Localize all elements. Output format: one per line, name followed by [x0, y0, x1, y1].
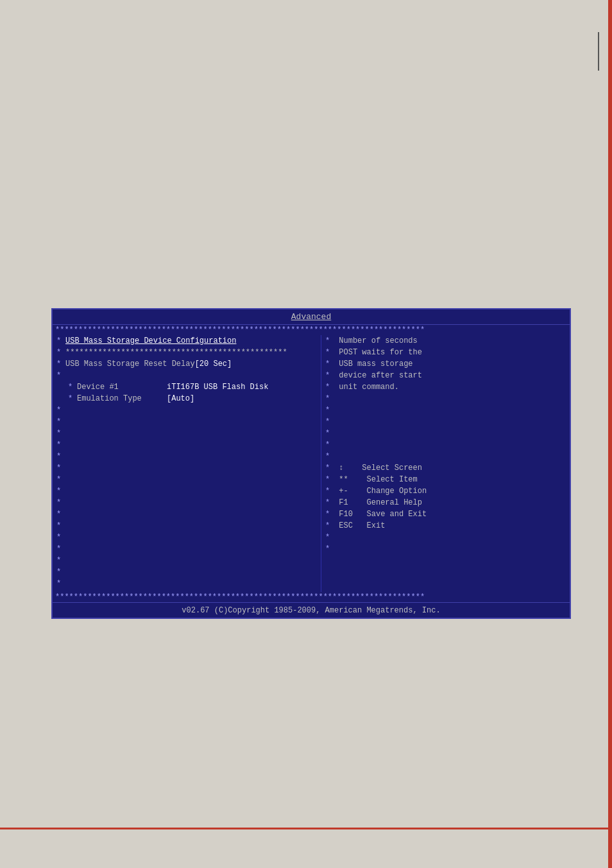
bios-left-column: * USB Mass Storage Device Configuration … — [53, 335, 321, 592]
star-3: * — [56, 371, 65, 380]
empty-row-6: * — [55, 452, 318, 464]
bottom-accent-line — [0, 828, 612, 829]
key-f1: * F1 General Help — [324, 498, 567, 510]
star-k2: * — [325, 475, 334, 484]
emulation-value: [Auto] — [167, 394, 194, 403]
help-text-5: * unit command. — [324, 383, 567, 394]
empty-row-5: * — [55, 440, 318, 452]
reset-delay-row: * USB Mass Storage Reset Delay [20 Sec] — [55, 360, 318, 371]
key-select-screen: * ↕ Select Screen — [324, 464, 567, 475]
key-f10-label: Save and Exit — [367, 510, 427, 519]
help-line-5: unit command. — [334, 383, 399, 392]
help-line-4: device after start — [334, 371, 422, 380]
empty-row-16: * — [55, 568, 318, 579]
star-r5: * — [325, 383, 334, 392]
bios-content-area: * USB Mass Storage Device Configuration … — [53, 335, 570, 592]
help-empty-8: * — [324, 544, 567, 556]
help-empty-6: * — [324, 452, 567, 464]
help-line-2: POST waits for the — [334, 348, 422, 357]
device-value: iTI167B USB Flash Disk — [167, 383, 268, 392]
bios-title-bar: Advanced — [53, 309, 570, 325]
empty-row-7: * — [55, 464, 318, 475]
star-k4: * — [325, 498, 334, 507]
help-text-4: * device after start — [324, 371, 567, 383]
star-k5: * — [325, 510, 334, 519]
star-5: * — [68, 394, 77, 403]
page-background: Advanced *******************************… — [0, 0, 612, 868]
key-esc-label: Exit — [367, 521, 386, 530]
star-k3: * — [325, 487, 334, 496]
key-f1-key: F1 — [334, 498, 366, 507]
emulation-label: Emulation Type — [77, 394, 167, 403]
usb-heading: USB Mass Storage Device Configuration — [65, 336, 236, 345]
empty-row-11: * — [55, 510, 318, 521]
help-empty-1: * — [324, 394, 567, 406]
help-text-1: * Number of seconds — [324, 336, 567, 348]
help-empty-4: * — [324, 429, 567, 440]
empty-row-15: * — [55, 556, 318, 568]
heading-row: * USB Mass Storage Device Configuration — [55, 336, 318, 348]
star-r4: * — [325, 371, 334, 380]
bios-screen: Advanced *******************************… — [51, 308, 571, 619]
empty-row-4: * — [55, 429, 318, 440]
key-f1-label: General Help — [367, 498, 422, 507]
stars-separator-bottom: ****************************************… — [53, 592, 570, 602]
heading-stars: ****************************************… — [65, 348, 287, 357]
reset-delay-label: USB Mass Storage Reset Delay — [65, 360, 195, 369]
emulation-row: * Emulation Type [Auto] — [55, 394, 318, 406]
bios-right-column: * Number of seconds * POST waits for the… — [321, 335, 570, 592]
key-select-screen-label: Select Screen — [362, 464, 422, 473]
key-f10-key: F10 — [334, 510, 366, 519]
empty-row-9: * — [55, 487, 318, 498]
star-r3: * — [325, 360, 334, 369]
help-empty-2: * — [324, 406, 567, 417]
empty-row-2: * — [55, 406, 318, 417]
help-line-1: Number of seconds — [334, 336, 418, 345]
empty-row-8: * — [55, 475, 318, 487]
star-r1: * — [325, 336, 334, 345]
key-change-option-label: Change Option — [367, 487, 427, 496]
help-empty-3: * — [324, 417, 567, 429]
bios-copyright: v02.67 (C)Copyright 1985-2009, American … — [182, 606, 440, 615]
bios-footer: v02.67 (C)Copyright 1985-2009, American … — [53, 602, 570, 618]
empty-row-3: * — [55, 417, 318, 429]
right-accent-bar — [608, 0, 612, 868]
heading-stars-row: * **************************************… — [55, 348, 318, 360]
key-esc-key: ESC — [334, 521, 366, 530]
star-k1: * — [325, 464, 334, 473]
help-empty-7: * — [324, 533, 567, 544]
empty-row-1: * — [55, 371, 318, 383]
bios-title: Advanced — [291, 312, 331, 322]
empty-row-14: * — [55, 544, 318, 556]
star-heading: * — [56, 336, 65, 345]
star-k6: * — [325, 521, 334, 530]
key-arrows-item: ** — [334, 475, 366, 484]
key-select-item-label: Select Item — [367, 475, 418, 484]
star-1: * — [56, 348, 65, 357]
key-f10: * F10 Save and Exit — [324, 510, 567, 521]
decorative-line — [598, 32, 599, 71]
device-label: Device #1 — [77, 383, 167, 392]
help-text-2: * POST waits for the — [324, 348, 567, 360]
empty-row-12: * — [55, 521, 318, 533]
help-text-3: * USB mass storage — [324, 360, 567, 371]
stars-separator-top: ****************************************… — [53, 325, 570, 335]
device-row: * Device #1 iTI167B USB Flash Disk — [55, 383, 318, 394]
star-2: * — [56, 360, 65, 369]
empty-row-13: * — [55, 533, 318, 544]
empty-row-10: * — [55, 498, 318, 510]
key-change-option: * +- Change Option — [324, 487, 567, 498]
key-plusminus: +- — [334, 487, 366, 496]
key-select-item: * ** Select Item — [324, 475, 567, 487]
empty-row-17: * — [55, 579, 318, 591]
star-r2: * — [325, 348, 334, 357]
help-empty-5: * — [324, 440, 567, 452]
help-line-3: USB mass storage — [334, 360, 412, 369]
reset-delay-value: [20 Sec] — [195, 360, 232, 369]
star-4: * — [68, 383, 77, 392]
key-esc: * ESC Exit — [324, 521, 567, 533]
key-arrows-screen: ↕ — [334, 464, 362, 473]
